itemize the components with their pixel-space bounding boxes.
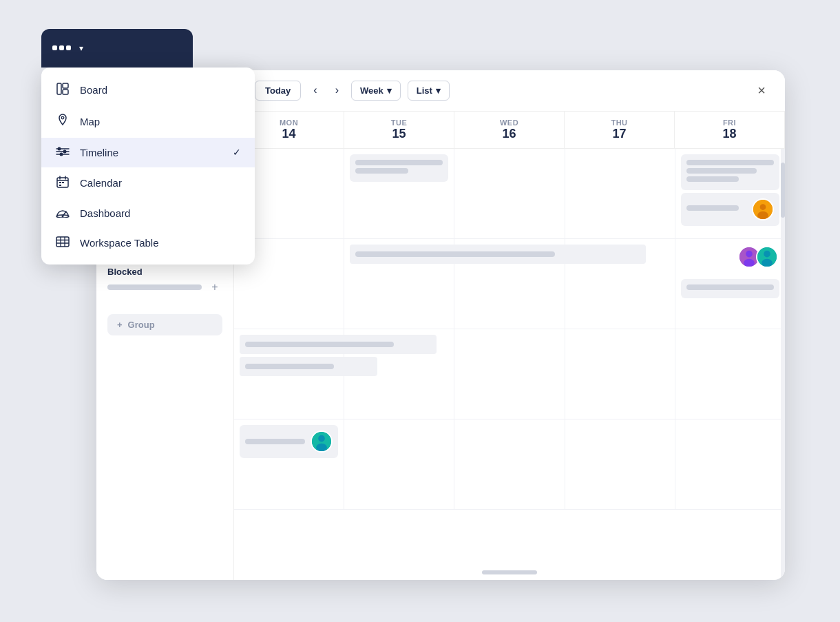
cell-row4-tue — [344, 419, 454, 509]
board-label: Board — [80, 84, 107, 96]
svg-rect-14 — [59, 182, 61, 183]
map-icon — [55, 114, 70, 129]
app-logo — [52, 45, 71, 50]
svg-point-7 — [58, 147, 61, 150]
topbar-dropdown-arrow[interactable]: ▾ — [79, 43, 83, 53]
blocked-task-bar — [107, 284, 202, 290]
cell-row2-tue — [344, 239, 454, 329]
cell-row4-fri — [675, 419, 785, 509]
cell-row2-fri — [675, 239, 785, 329]
event-line — [355, 160, 443, 165]
svg-rect-20 — [56, 237, 69, 247]
event-line — [245, 364, 334, 369]
menu-item-workspace-table[interactable]: Workspace Table — [41, 228, 255, 258]
event-line — [686, 168, 757, 174]
cell-row3-fri — [675, 329, 785, 419]
svg-point-8 — [63, 149, 67, 153]
blocked-task-row: + — [107, 280, 222, 295]
event-line — [245, 439, 305, 444]
event-line — [686, 205, 739, 211]
cell-row3-mon — [234, 329, 344, 419]
cell-row3-thu — [565, 329, 675, 419]
bottom-scroll-thumb[interactable] — [482, 570, 537, 574]
avatar-teal-2 — [311, 431, 333, 453]
svg-point-32 — [764, 250, 770, 257]
cell-row4-wed — [454, 419, 565, 509]
grid-rows — [234, 149, 785, 565]
day-col-tue: TUE 15 — [344, 112, 454, 148]
week-chevron-icon: ▾ — [387, 85, 392, 96]
timeline-icon — [55, 146, 70, 159]
add-group-label: Group — [128, 320, 155, 330]
event-card-avatar[interactable] — [681, 193, 779, 226]
cell-row1-tue — [344, 149, 454, 238]
view-dropdown-menu: Board Map — [41, 68, 255, 265]
menu-item-dashboard[interactable]: Dashboard — [41, 198, 255, 228]
topbar: ▾ — [41, 29, 193, 68]
nav-next-button[interactable]: › — [330, 81, 344, 99]
cell-row4-thu — [565, 419, 675, 509]
svg-rect-16 — [59, 185, 61, 186]
menu-item-board[interactable]: Board — [41, 74, 255, 105]
grid-area — [234, 149, 785, 580]
blocked-add-button[interactable]: + — [207, 280, 222, 295]
workspace-table-label: Workspace Table — [80, 237, 159, 249]
svg-point-3 — [61, 116, 64, 119]
cell-row1-wed — [454, 149, 565, 238]
grid-row-4 — [234, 419, 785, 510]
avatar-teal — [756, 246, 778, 268]
dashboard-label: Dashboard — [80, 207, 130, 219]
event-line — [355, 168, 408, 174]
calendar-icon — [55, 176, 70, 190]
plus-icon: + — [117, 320, 123, 330]
board-icon — [55, 83, 70, 97]
cell-row2-thu — [565, 239, 675, 329]
list-selector-button[interactable]: List ▾ — [408, 81, 450, 101]
list-chevron-icon: ▾ — [436, 85, 441, 96]
map-label: Map — [80, 116, 100, 127]
cell-row2-wed — [454, 239, 565, 329]
event-card[interactable] — [681, 154, 779, 190]
day-col-thu: THU 17 — [565, 112, 675, 148]
svg-rect-15 — [62, 182, 64, 183]
grid-row-2 — [234, 239, 785, 329]
grid-row-3 — [234, 329, 785, 419]
svg-point-29 — [746, 250, 753, 257]
event-card[interactable] — [350, 154, 448, 182]
cell-row4-mon — [234, 419, 344, 509]
week-selector-button[interactable]: Week ▾ — [351, 81, 401, 101]
cell-row3-tue — [344, 329, 454, 419]
avatar-group — [738, 246, 778, 268]
blocked-section: Blocked + — [107, 267, 222, 299]
add-group-button[interactable]: + Group — [107, 314, 222, 335]
cell-row1-fri — [675, 149, 785, 238]
scrollbar-thumb[interactable] — [781, 163, 785, 218]
event-card-avatar-teal[interactable] — [240, 425, 338, 458]
dashboard-icon — [55, 207, 70, 220]
close-button[interactable]: × — [752, 80, 771, 101]
svg-rect-0 — [57, 83, 61, 94]
menu-item-timeline[interactable]: Timeline ✓ — [41, 138, 255, 167]
grid-row-1 — [234, 149, 785, 239]
day-col-fri: FRI 18 — [675, 112, 785, 148]
today-button[interactable]: Today — [255, 81, 301, 101]
svg-point-26 — [760, 204, 766, 210]
timeline-label: Timeline — [80, 147, 118, 158]
svg-point-9 — [60, 152, 63, 156]
bottom-scroll-area — [234, 565, 785, 580]
calendar-label: Calendar — [80, 177, 122, 189]
scrollbar-track — [781, 149, 785, 580]
cell-row1-thu — [565, 149, 675, 238]
cell-row3-wed — [454, 329, 565, 419]
check-icon: ✓ — [233, 147, 241, 158]
nav-prev-button[interactable]: ‹ — [308, 81, 322, 99]
blocked-label: Blocked — [107, 267, 222, 277]
svg-rect-2 — [63, 90, 68, 94]
table-icon — [55, 236, 70, 249]
event-card-2[interactable] — [681, 279, 779, 298]
avatar-yellow — [752, 198, 774, 220]
menu-item-map[interactable]: Map — [41, 105, 255, 138]
svg-point-19 — [62, 215, 64, 217]
event-line — [686, 284, 774, 290]
menu-item-calendar[interactable]: Calendar — [41, 167, 255, 198]
